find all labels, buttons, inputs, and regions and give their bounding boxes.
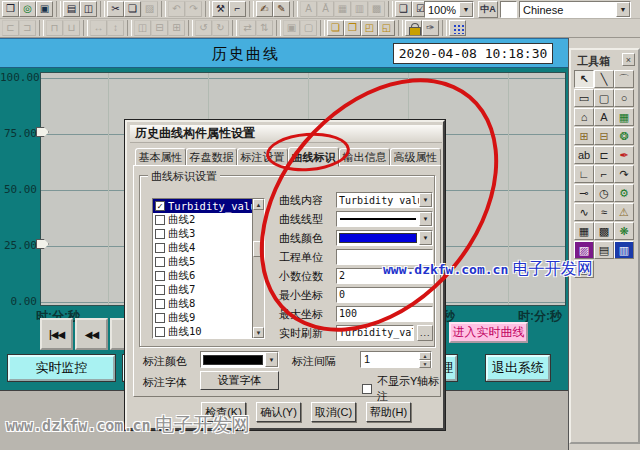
bitmap-tool-icon[interactable]: ▦ <box>614 108 634 126</box>
config-gear-icon[interactable]: ❋ <box>614 222 634 240</box>
curve-checkbox[interactable] <box>155 243 165 253</box>
curve-list-item[interactable]: 曲线5 <box>153 255 264 269</box>
scroll-up-icon[interactable]: ▲ <box>253 199 264 210</box>
tab-storage[interactable]: 存盘数据 <box>186 148 237 166</box>
curve-checkbox[interactable] <box>155 285 165 295</box>
animation-button-icon[interactable]: ⊞ <box>574 127 594 145</box>
tab-curve-id[interactable]: 曲线标识 <box>288 147 339 167</box>
strip-chart-icon[interactable]: ▨ <box>574 241 594 259</box>
curve-list-item[interactable]: 曲线10 <box>153 325 264 339</box>
cut-icon[interactable]: ✂ <box>107 1 124 17</box>
animation-display-icon[interactable]: ⊟ <box>594 127 614 145</box>
curve-checkbox[interactable] <box>155 327 165 337</box>
new-window-icon[interactable]: ❐ <box>2 1 19 17</box>
close-icon[interactable]: × <box>622 53 635 66</box>
pipe-arc-icon[interactable]: ↷ <box>614 165 634 183</box>
text-tool-icon[interactable]: A <box>594 108 614 126</box>
curve-list-item[interactable]: 曲线6 <box>153 269 264 283</box>
curve-checkbox[interactable] <box>155 257 165 267</box>
curve-checkbox[interactable] <box>155 215 165 225</box>
bring-forward-icon[interactable]: ◰ <box>361 20 378 36</box>
report-icon[interactable]: ▤ <box>594 241 614 259</box>
tab-basic[interactable]: 基本属性 <box>135 148 186 166</box>
gear-icon[interactable]: ⚙ <box>614 184 634 202</box>
annotation-color-select[interactable]: ▼ <box>200 351 279 368</box>
roundrect-tool-icon[interactable]: ▢ <box>594 89 614 107</box>
enter-realtime-curve-button[interactable]: 进入实时曲线 <box>449 322 528 343</box>
find-icon[interactable]: ◎ <box>19 1 36 17</box>
grid-dots-icon[interactable] <box>449 20 466 36</box>
ellipse-tool-icon[interactable]: ○ <box>614 89 634 107</box>
max-coordinate-input[interactable]: 100 <box>336 306 433 322</box>
gif-animation-icon[interactable]: ❂ <box>614 127 634 145</box>
curve-list-item[interactable]: 曲线3 <box>153 227 264 241</box>
curve-list-item[interactable]: 曲线8 <box>153 297 264 311</box>
xy-plot-icon[interactable]: ≈ <box>594 203 614 221</box>
realtime-monitor-button[interactable]: 实时监控 <box>8 355 115 381</box>
chevron-down-icon[interactable]: ▼ <box>419 193 432 207</box>
hide-y-axis-checkbox[interactable] <box>362 384 372 394</box>
curve-checkbox[interactable]: ✓ <box>155 201 165 211</box>
display-panel-icon[interactable]: ▥ <box>614 241 634 259</box>
valve-icon[interactable]: ⊸ <box>574 184 594 202</box>
alarm-icon[interactable]: ⚠ <box>614 203 634 221</box>
chevron-down-icon[interactable]: ▼ <box>616 2 630 17</box>
send-backward-icon[interactable]: ◱ <box>378 20 395 36</box>
pipe-elbow2-icon[interactable]: ⌐ <box>594 165 614 183</box>
help-button[interactable]: 帮助(H) <box>366 402 411 422</box>
curve-list-item[interactable]: 曲线7 <box>153 283 264 297</box>
curve-list-item[interactable]: 曲线2 <box>153 213 264 227</box>
curve-checkbox[interactable] <box>155 299 165 309</box>
input-box-icon[interactable]: ab <box>574 146 594 164</box>
browse-button[interactable]: ... <box>417 325 433 341</box>
step-back-button[interactable]: ◀◀ <box>75 318 108 350</box>
curve-checkbox[interactable] <box>155 271 165 281</box>
line-tool-icon[interactable]: ╲ <box>594 70 614 88</box>
trend-curve-icon[interactable]: ∿ <box>574 203 594 221</box>
tools-icon[interactable]: ⚒ <box>212 1 229 17</box>
clock-icon[interactable]: ◷ <box>594 184 614 202</box>
chevron-down-icon[interactable]: ▼ <box>419 212 432 226</box>
annotation-interval-stepper[interactable]: 1 ▲ ▼ <box>360 351 432 368</box>
curve-content-select[interactable]: Turbidity_value ▼ <box>336 192 433 208</box>
exit-system-button[interactable]: 退出系统 <box>486 355 550 381</box>
min-coordinate-input[interactable]: 0 <box>336 287 433 303</box>
bring-to-front-icon[interactable]: ❏ <box>327 20 344 36</box>
pipe-elbow-icon[interactable]: ∟ <box>574 165 594 183</box>
chevron-down-icon[interactable]: ▼ <box>459 2 473 17</box>
print-icon[interactable]: ▤ <box>63 1 80 17</box>
chevron-down-icon[interactable]: ▼ <box>265 352 278 367</box>
set-font-button[interactable]: 设置字体 <box>200 371 279 390</box>
scroll-down-icon[interactable]: ▼ <box>253 327 264 338</box>
edit-pen-icon[interactable]: ✍ <box>256 1 273 17</box>
curve-listbox[interactable]: ✓Turbidity_value曲线2曲线3曲线4曲线5曲线6曲线7曲线8曲线9… <box>152 198 265 339</box>
copy-icon[interactable]: ❏ <box>124 1 141 17</box>
history-table-icon[interactable]: ▩ <box>594 222 614 240</box>
chevron-down-icon[interactable]: ▼ <box>419 231 432 245</box>
send-to-back-icon[interactable]: ❐ <box>344 20 361 36</box>
flow-block-icon[interactable]: ⊏ <box>594 146 614 164</box>
language-select[interactable]: Chinese ▼ <box>519 1 631 18</box>
workbench-icon[interactable]: ⌐ <box>229 1 246 17</box>
tab-advanced[interactable]: 高级属性 <box>390 148 441 166</box>
translate-button[interactable]: 中A <box>478 1 498 18</box>
zoom-select[interactable]: 100% ▼ <box>424 1 474 18</box>
curve-list-item[interactable]: ✓Turbidity_value <box>153 199 264 213</box>
tab-annotation[interactable]: 标注设置 <box>237 148 288 166</box>
listbox-scrollbar[interactable]: ▲ ▼ <box>252 199 264 338</box>
curve-list-item[interactable]: 曲线9 <box>153 311 264 325</box>
window-properties-icon[interactable]: ❑ <box>395 1 412 17</box>
spin-down-icon[interactable]: ▼ <box>419 360 431 368</box>
arc-tool-icon[interactable]: ⌒ <box>614 70 634 88</box>
select-tool-icon[interactable]: ↖ <box>574 70 594 88</box>
print-preview-icon[interactable]: ◫ <box>80 1 97 17</box>
confirm-button[interactable]: 确认(Y) <box>256 402 301 422</box>
dialog-title[interactable]: 历史曲线构件属性设置 <box>130 125 442 143</box>
lock-icon[interactable] <box>405 20 422 36</box>
skip-to-start-button[interactable]: |◀◀ <box>40 318 73 350</box>
rect-tool-icon[interactable]: ▭ <box>574 89 594 107</box>
polygon-tool-icon[interactable]: ⌂ <box>574 108 594 126</box>
spin-up-icon[interactable]: ▲ <box>419 352 431 360</box>
tab-output[interactable]: 输出信息 <box>339 148 390 166</box>
edit-brush-icon[interactable]: ✎ <box>273 1 290 17</box>
